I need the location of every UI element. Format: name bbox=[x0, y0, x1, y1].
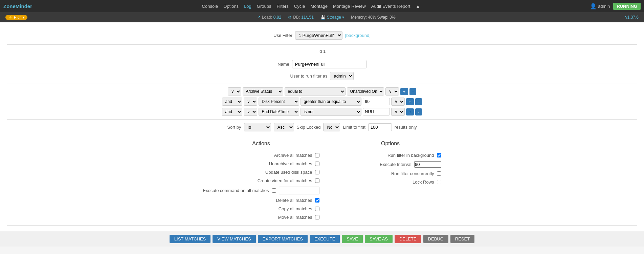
form-section: Name User to run filter as admin bbox=[7, 57, 637, 84]
cond3-plus-button[interactable]: + bbox=[406, 108, 414, 115]
list-matches-button[interactable]: LIST MATCHES bbox=[170, 235, 210, 243]
memory-stat: Memory: 40% Swap: 0% bbox=[351, 15, 395, 20]
navbar: ZoneMinder Console Options Log Groups Fi… bbox=[0, 0, 644, 12]
storage-icon: 💾 bbox=[320, 15, 326, 20]
condition-row-3: and ∨ End Date/Time is not ∨ + - bbox=[222, 108, 422, 116]
cond2-extra-select[interactable]: ∨ bbox=[391, 98, 405, 106]
run-filter-bg-label: Run filter in background bbox=[387, 153, 434, 158]
delete-matches-checkbox[interactable] bbox=[315, 198, 319, 203]
actions-options: Actions Archive all matches Unarchive al… bbox=[7, 135, 637, 226]
cond3-arrow-select[interactable]: ∨ bbox=[244, 108, 257, 116]
create-video-row: Create video for all matches bbox=[203, 178, 319, 183]
expand-icon[interactable]: ▲ bbox=[416, 4, 420, 9]
high-badge[interactable]: ⚡ High ▾ bbox=[5, 15, 27, 20]
copy-matches-checkbox[interactable] bbox=[315, 207, 319, 211]
move-matches-checkbox[interactable] bbox=[315, 215, 319, 219]
statusbar-center: ↗ Load: 0.82 ⚙ DB: 11/151 💾 Storage ▾ Me… bbox=[257, 15, 396, 20]
cond2-minus-button[interactable]: - bbox=[415, 98, 422, 105]
user-icon: 👤 bbox=[590, 3, 597, 9]
execute-command-row: Execute command on all matches bbox=[203, 187, 319, 194]
name-row: Name bbox=[277, 60, 367, 68]
unarchive-matches-label: Unarchive all matches bbox=[269, 161, 312, 166]
sort-section: Sort by Id Asc Skip Locked No Limit to f… bbox=[7, 120, 637, 135]
storage-label[interactable]: Storage ▾ bbox=[327, 15, 344, 20]
sort-order-select[interactable]: Asc bbox=[274, 123, 294, 131]
update-disk-row: Update used disk space bbox=[203, 170, 319, 175]
cond1-plus-button[interactable]: + bbox=[400, 88, 408, 95]
actions-title: Actions bbox=[203, 141, 319, 147]
brand-logo[interactable]: ZoneMinder bbox=[3, 3, 32, 9]
lock-rows-checkbox[interactable] bbox=[437, 180, 441, 184]
nav-groups[interactable]: Groups bbox=[257, 4, 271, 9]
name-input[interactable] bbox=[292, 60, 367, 68]
run-filter-concurrent-label: Run filter concurrently bbox=[391, 171, 434, 176]
sort-by-label: Sort by bbox=[227, 125, 241, 130]
view-matches-button[interactable]: VIEW MATCHES bbox=[213, 235, 256, 243]
execute-command-checkbox[interactable] bbox=[272, 188, 276, 193]
delete-button[interactable]: DELETE bbox=[395, 235, 421, 243]
debug-button[interactable]: DEBUG bbox=[423, 235, 448, 243]
user-select[interactable]: admin bbox=[330, 72, 354, 80]
update-disk-checkbox[interactable] bbox=[315, 170, 319, 174]
nav-log[interactable]: Log bbox=[244, 4, 251, 9]
execute-button[interactable]: EXECUTE bbox=[310, 235, 340, 243]
sort-field-select[interactable]: Id bbox=[244, 123, 271, 131]
archive-matches-label: Archive all matches bbox=[274, 153, 312, 158]
execute-interval-input[interactable] bbox=[414, 161, 441, 168]
id-section: Id 1 bbox=[7, 45, 637, 57]
options-col: Options Run filter in background Execute… bbox=[340, 141, 441, 220]
run-filter-concurrent-checkbox[interactable] bbox=[437, 171, 441, 176]
reset-button[interactable]: RESET bbox=[450, 235, 474, 243]
nav-audit-events[interactable]: Audit Events Report bbox=[371, 4, 410, 9]
cond2-value-input[interactable] bbox=[363, 98, 390, 105]
cond3-operator-select[interactable]: is not bbox=[301, 108, 361, 116]
cond1-extra-select[interactable]: ∨ bbox=[385, 87, 399, 96]
unarchive-matches-checkbox[interactable] bbox=[315, 162, 319, 166]
cond2-operator-select[interactable]: greater than or equal to bbox=[301, 98, 361, 106]
limit-input[interactable] bbox=[368, 123, 392, 131]
actions-col: Actions Archive all matches Unarchive al… bbox=[203, 141, 319, 220]
cond1-operator-select[interactable]: equal to bbox=[285, 87, 346, 96]
cond3-minus-button[interactable]: - bbox=[415, 108, 422, 115]
nav-montage[interactable]: Montage bbox=[310, 4, 328, 9]
nav-montage-review[interactable]: Montage Review bbox=[333, 4, 366, 9]
bottom-bar: LIST MATCHES VIEW MATCHES EXPORT MATCHES… bbox=[0, 231, 644, 247]
cond3-field-select[interactable]: End Date/Time bbox=[259, 108, 299, 116]
execute-command-label: Execute command on all matches bbox=[203, 188, 269, 193]
run-filter-bg-checkbox[interactable] bbox=[437, 153, 441, 157]
cond1-value-select[interactable]: Unarchived Only bbox=[347, 87, 384, 96]
results-only-label: results only bbox=[395, 125, 417, 130]
condition-row-2: and ∨ Disk Percent greater than or equal… bbox=[222, 98, 422, 106]
nav-console[interactable]: Console bbox=[202, 4, 218, 9]
cond2-logic-select[interactable]: and bbox=[222, 98, 242, 106]
skip-locked-select[interactable]: No bbox=[323, 123, 340, 131]
move-matches-label: Move all matches bbox=[278, 215, 312, 220]
archive-matches-checkbox[interactable] bbox=[315, 153, 319, 157]
cond2-plus-button[interactable]: + bbox=[406, 98, 414, 105]
nav-links: Console Options Log Groups Filters Cycle… bbox=[202, 4, 420, 9]
create-video-checkbox[interactable] bbox=[315, 178, 319, 183]
archive-matches-row: Archive all matches bbox=[203, 153, 319, 158]
cond3-logic-select[interactable]: and bbox=[222, 108, 242, 116]
db-value: 11/151 bbox=[301, 15, 314, 20]
nav-filters[interactable]: Filters bbox=[276, 4, 288, 9]
export-matches-button[interactable]: EXPORT MATCHES bbox=[258, 235, 308, 243]
filter-select[interactable]: 1 PurgeWhenFull* bbox=[295, 31, 342, 40]
cond1-minus-button[interactable]: - bbox=[409, 88, 416, 95]
use-filter-label: Use Filter bbox=[273, 33, 292, 38]
cond3-extra-select[interactable]: ∨ bbox=[391, 108, 405, 116]
nav-cycle[interactable]: Cycle bbox=[294, 4, 305, 9]
nav-options[interactable]: Options bbox=[223, 4, 239, 9]
execute-command-input[interactable] bbox=[279, 187, 319, 194]
cond2-field-select[interactable]: Disk Percent bbox=[259, 98, 299, 106]
save-button[interactable]: SAVE bbox=[342, 235, 363, 243]
background-badge: [background] bbox=[345, 33, 371, 38]
name-label: Name bbox=[277, 62, 289, 67]
cond1-field-select[interactable]: Archive Status bbox=[243, 87, 283, 96]
save-as-button[interactable]: SAVE AS bbox=[365, 235, 393, 243]
cond3-value-input[interactable] bbox=[363, 108, 390, 115]
storage-stat[interactable]: 💾 Storage ▾ bbox=[320, 15, 344, 20]
cond1-arrow-select[interactable]: ∨ bbox=[228, 87, 241, 96]
load-label: Load: bbox=[262, 15, 272, 20]
cond2-arrow-select[interactable]: ∨ bbox=[244, 98, 257, 106]
